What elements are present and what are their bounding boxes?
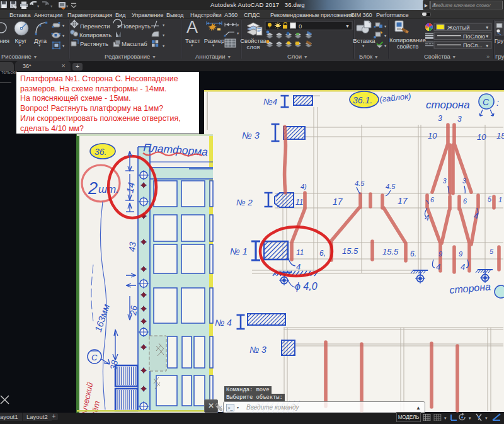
svg-text:17: 17 (333, 197, 343, 207)
svg-text:ϕ 4,0: ϕ 4,0 (295, 281, 318, 292)
svg-text:3: 3 (443, 178, 447, 185)
svg-text:С: С (483, 97, 490, 107)
svg-text:№ 1: № 1 (230, 246, 248, 256)
svg-text:№ 3: № 3 (249, 345, 266, 355)
svg-text:3: 3 (438, 114, 442, 123)
svg-text:6,: 6, (319, 249, 326, 258)
svg-text:36.1.: 36.1. (353, 95, 372, 105)
svg-text:11: 11 (295, 198, 303, 207)
svg-text:ПоСл...: ПоСл... (463, 42, 483, 49)
svg-text:36.: 36. (94, 147, 106, 157)
svg-text:4: 4 (436, 262, 440, 272)
svg-text:▾: ▾ (444, 416, 447, 420)
svg-text:4: 4 (296, 262, 301, 272)
svg-text:10: 10 (477, 132, 486, 142)
svg-text:▼: ▼ (345, 24, 350, 28)
svg-text:▼: ▼ (485, 43, 489, 48)
svg-text:сторона: сторона (426, 99, 470, 111)
svg-text:4): 4) (301, 183, 307, 190)
svg-text:9: 9 (459, 250, 462, 258)
svg-text:43: 43 (127, 241, 138, 252)
svg-text:3: 3 (457, 115, 462, 123)
svg-text:▼: ▼ (485, 25, 489, 30)
svg-text:6.: 6. (410, 249, 416, 258)
svg-text:15.5: 15.5 (382, 247, 399, 256)
svg-text:№4: №4 (263, 97, 277, 106)
svg-text:14: 14 (124, 181, 137, 193)
svg-text:17: 17 (398, 196, 408, 206)
svg-text:A: A (186, 18, 198, 37)
svg-text:▼: ▼ (485, 34, 489, 38)
svg-text:10: 10 (428, 131, 437, 140)
svg-text:№ 2: № 2 (236, 198, 253, 207)
svg-text:15.5: 15.5 (342, 246, 358, 256)
svg-text:2: 2 (88, 179, 98, 198)
svg-text:1: 1 (498, 196, 502, 203)
svg-text:11: 11 (296, 248, 304, 257)
svg-text:4.5: 4.5 (355, 180, 365, 187)
svg-text:3: 3 (462, 178, 466, 185)
svg-text:6: 6 (463, 197, 467, 205)
svg-text:5: 5 (490, 248, 494, 255)
svg-text:4.5: 4.5 (386, 183, 396, 190)
svg-text::: : (496, 97, 499, 108)
svg-text:▾: ▾ (485, 416, 488, 420)
svg-text:ПоСлою: ПоСлою (463, 33, 485, 40)
svg-text:№ 4: № 4 (215, 318, 232, 328)
svg-text:С: С (91, 353, 98, 362)
svg-text:9: 9 (438, 250, 442, 258)
svg-text:4: 4 (461, 262, 465, 272)
svg-text:0: 0 (299, 23, 302, 30)
svg-text:▾: ▾ (469, 416, 471, 420)
svg-text:5: 5 (488, 195, 492, 203)
svg-text:6: 6 (430, 196, 435, 203)
svg-text:Желтый: Желтый (447, 24, 470, 31)
svg-text:15: 15 (496, 131, 504, 140)
svg-text:4: 4 (425, 213, 429, 222)
svg-text:№ 3: № 3 (242, 130, 260, 140)
